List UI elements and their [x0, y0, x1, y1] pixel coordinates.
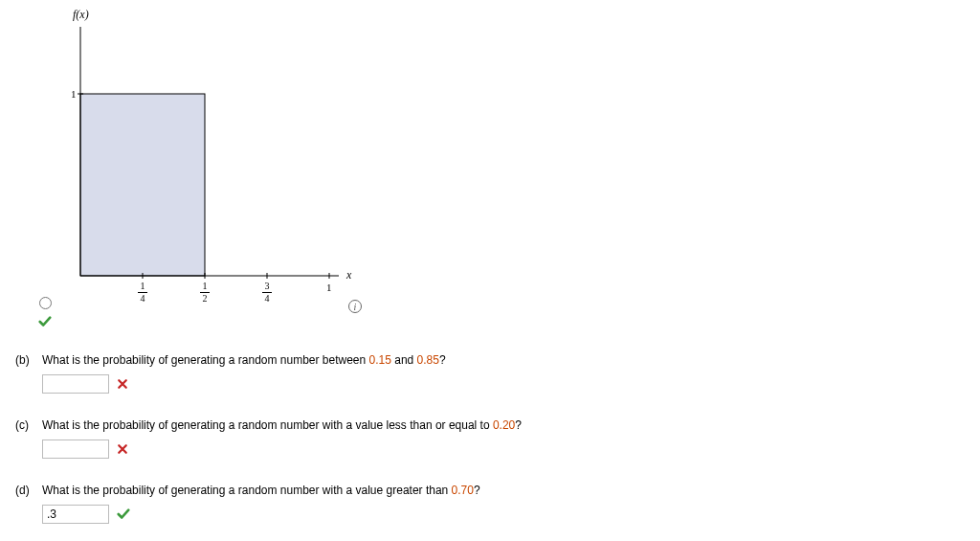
check-icon — [38, 315, 52, 328]
y-tick-1: 1 — [71, 88, 77, 100]
x-tick-1: 1 2 — [200, 282, 210, 304]
x-axis-label: x — [346, 268, 351, 282]
check-icon — [117, 507, 130, 521]
x-tick-2: 3 4 — [262, 282, 272, 304]
cross-icon — [117, 443, 128, 455]
pdf-chart: f(x) x 1 1 4 1 2 3 4 1 i — [42, 8, 387, 314]
x-tick-0: 1 4 — [138, 282, 147, 304]
page: f(x) x 1 1 4 1 2 3 4 1 i — [0, 0, 980, 541]
frac-num: 1 — [203, 281, 208, 291]
frac-num: 3 — [265, 281, 270, 291]
info-icon[interactable]: i — [348, 300, 362, 313]
question-b: (b) What is the probability of generatin… — [15, 353, 965, 394]
question-d: (d) What is the probability of generatin… — [15, 484, 965, 524]
x-tick-3: 1 — [326, 282, 332, 293]
graph-choice-row — [38, 314, 965, 328]
cross-icon — [117, 378, 128, 390]
frac-den: 2 — [203, 293, 208, 304]
frac-num: 1 — [141, 281, 145, 291]
question-label: (b) — [15, 353, 36, 367]
answer-input-b[interactable] — [42, 374, 109, 394]
y-axis-label: f(x) — [73, 8, 89, 22]
question-label: (d) — [15, 484, 36, 497]
question-c: (c) What is the probability of generatin… — [15, 418, 965, 459]
answer-input-d[interactable] — [42, 505, 109, 524]
question-label: (c) — [15, 418, 36, 432]
frac-den: 4 — [265, 293, 270, 304]
pdf-chart-svg — [42, 8, 368, 304]
question-text: What is the probability of generating a … — [42, 484, 480, 497]
svg-rect-0 — [80, 94, 205, 276]
frac-den: 4 — [141, 293, 145, 304]
question-text: What is the probability of generating a … — [42, 353, 446, 367]
question-text: What is the probability of generating a … — [42, 418, 522, 432]
answer-input-c[interactable] — [42, 440, 109, 459]
